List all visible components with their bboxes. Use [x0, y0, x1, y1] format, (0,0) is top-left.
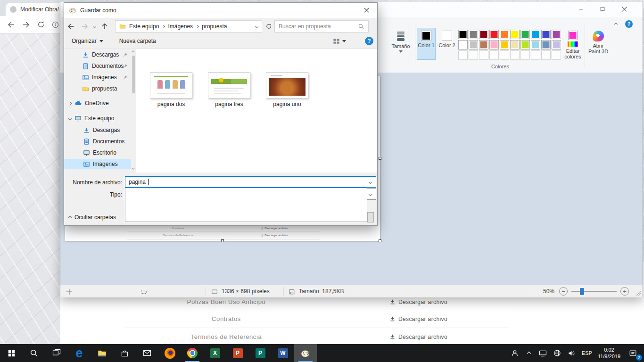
refresh-button[interactable]: [264, 23, 273, 30]
download-link[interactable]: Descargar archivo: [328, 299, 509, 305]
palette-swatch[interactable]: [510, 30, 520, 39]
download-link[interactable]: Descargar archivo: [328, 334, 509, 340]
palette-swatch[interactable]: [541, 40, 551, 49]
palette-empty-slot[interactable]: [469, 50, 478, 60]
browser-reload-button[interactable]: [37, 20, 45, 29]
people-button[interactable]: [507, 344, 522, 362]
palette-swatch[interactable]: [479, 30, 488, 39]
sidebar-item-documentos-pc[interactable]: Documentos: [64, 136, 131, 147]
window-resize-grip[interactable]: [635, 290, 641, 296]
search-button[interactable]: [23, 344, 45, 362]
page-info-button[interactable]: [51, 21, 59, 29]
palette-swatch[interactable]: [552, 40, 561, 49]
palette-swatch[interactable]: [458, 40, 468, 49]
palette-swatch[interactable]: [510, 40, 520, 49]
breadcrumb-segment[interactable]: propuesta: [202, 23, 227, 30]
new-folder-button[interactable]: Nueva carpeta: [119, 38, 156, 44]
download-link[interactable]: Descargar archivo: [328, 316, 509, 322]
taskbar-paint[interactable]: [294, 344, 317, 362]
collapse-icon[interactable]: [68, 116, 72, 120]
file-item-pagina-uno[interactable]: pagina uno: [266, 72, 308, 107]
dialog-help-button[interactable]: ?: [365, 37, 373, 45]
maximize-button[interactable]: [592, 2, 613, 16]
palette-swatch[interactable]: [469, 40, 478, 49]
palette-swatch[interactable]: [489, 40, 499, 49]
sidebar-item-descargas-pc[interactable]: Descargas: [64, 125, 131, 135]
browser-back-button[interactable]: [7, 20, 16, 29]
palette-swatch[interactable]: [531, 40, 540, 49]
taskbar-excel[interactable]: X: [204, 344, 226, 362]
scroll-up-icon[interactable]: [132, 50, 135, 54]
sidebar-item-imagenes[interactable]: Imágenes: [64, 72, 131, 82]
filename-input[interactable]: pagina: [125, 176, 376, 188]
browser-forward-button[interactable]: [22, 20, 31, 29]
sidebar-item-onedrive[interactable]: OneDrive: [64, 98, 131, 108]
sidebar-item-documentos[interactable]: Documentos: [64, 61, 131, 71]
file-item-pagina-tres[interactable]: pagina tres: [208, 72, 250, 107]
open-paint3d-button[interactable]: Abrir Paint 3D: [586, 28, 610, 64]
organize-button[interactable]: Organizar: [72, 38, 103, 44]
palette-empty-slot[interactable]: [541, 50, 551, 60]
zoom-in-button[interactable]: +: [620, 287, 629, 296]
taskbar-firefox[interactable]: [158, 344, 181, 362]
collapse-ribbon-icon[interactable]: [614, 23, 618, 26]
palette-empty-slot[interactable]: [520, 50, 530, 60]
nav-up-button[interactable]: [98, 22, 111, 31]
search-input[interactable]: Buscar en propuesta: [274, 20, 369, 33]
palette-empty-slot[interactable]: [479, 50, 488, 60]
sidebar-item-imagenes-pc[interactable]: Imágenes: [64, 159, 131, 169]
view-mode-button[interactable]: [333, 38, 346, 45]
palette-swatch[interactable]: [500, 40, 509, 49]
filename-autocomplete-dropdown[interactable]: [125, 188, 367, 222]
palette-swatch[interactable]: [479, 40, 488, 49]
palette-empty-slot[interactable]: [500, 50, 509, 60]
nav-back-button[interactable]: [64, 22, 78, 31]
canvas-resize-handle-corner[interactable]: [379, 239, 381, 242]
taskbar-chrome[interactable]: [181, 344, 204, 362]
action-center-button[interactable]: 2: [623, 344, 642, 362]
palette-swatch[interactable]: [552, 30, 561, 39]
breadcrumb-dropdown-icon[interactable]: [255, 25, 258, 28]
nav-forward-button[interactable]: [78, 22, 91, 31]
palette-swatch[interactable]: [520, 40, 530, 49]
taskbar-edge[interactable]: e: [68, 344, 91, 362]
palette-swatch[interactable]: [489, 30, 499, 39]
expand-icon[interactable]: [68, 101, 72, 105]
sidebar-scrollbar[interactable]: [131, 49, 136, 173]
task-view-button[interactable]: [45, 344, 68, 362]
palette-empty-slot[interactable]: [531, 50, 540, 60]
scroll-down-icon[interactable]: [132, 166, 135, 170]
internet-access-button[interactable]: [550, 344, 564, 362]
clock[interactable]: 0:02 11/9/2019: [595, 344, 623, 362]
palette-swatch[interactable]: [520, 30, 530, 39]
palette-empty-slot[interactable]: [458, 50, 468, 60]
breadcrumb-segment[interactable]: Este equipo: [129, 23, 159, 30]
scrollbar-thumb[interactable]: [132, 56, 135, 93]
sidebar-item-propuesta[interactable]: propuesta: [64, 83, 131, 94]
network-button[interactable]: [536, 344, 550, 362]
taskbar-publisher[interactable]: P: [249, 344, 272, 362]
language-indicator[interactable]: ESP: [579, 344, 595, 362]
taskbar-file-explorer[interactable]: [91, 344, 113, 362]
cancel-button-partial[interactable]: [367, 212, 374, 222]
filename-dropdown-icon[interactable]: [369, 181, 372, 184]
hide-folders-button[interactable]: Ocultar carpetas: [69, 212, 116, 222]
canvas-resize-handle-bottom[interactable]: [221, 239, 224, 242]
size-button[interactable]: Tamaño: [389, 28, 412, 60]
close-button[interactable]: [613, 2, 635, 16]
sidebar-item-descargas[interactable]: Descargas: [64, 49, 131, 60]
minimize-button[interactable]: [570, 2, 592, 16]
taskbar-powerpoint[interactable]: P: [226, 344, 249, 362]
palette-empty-slot[interactable]: [489, 50, 499, 60]
color1-button[interactable]: Color 1: [417, 28, 436, 60]
canvas-resize-handle-right[interactable]: [379, 157, 381, 160]
color2-button[interactable]: Color 2: [438, 28, 456, 60]
taskbar-word[interactable]: W: [272, 344, 294, 362]
paint-help-button[interactable]: ?: [625, 20, 633, 28]
palette-swatch[interactable]: [541, 30, 551, 39]
sidebar-item-escritorio[interactable]: Escritorio: [64, 148, 131, 158]
start-button[interactable]: [0, 344, 23, 362]
palette-swatch[interactable]: [500, 30, 509, 39]
hidden-icons-button[interactable]: [522, 344, 536, 362]
edit-colors-button[interactable]: Editar colores: [562, 28, 584, 64]
